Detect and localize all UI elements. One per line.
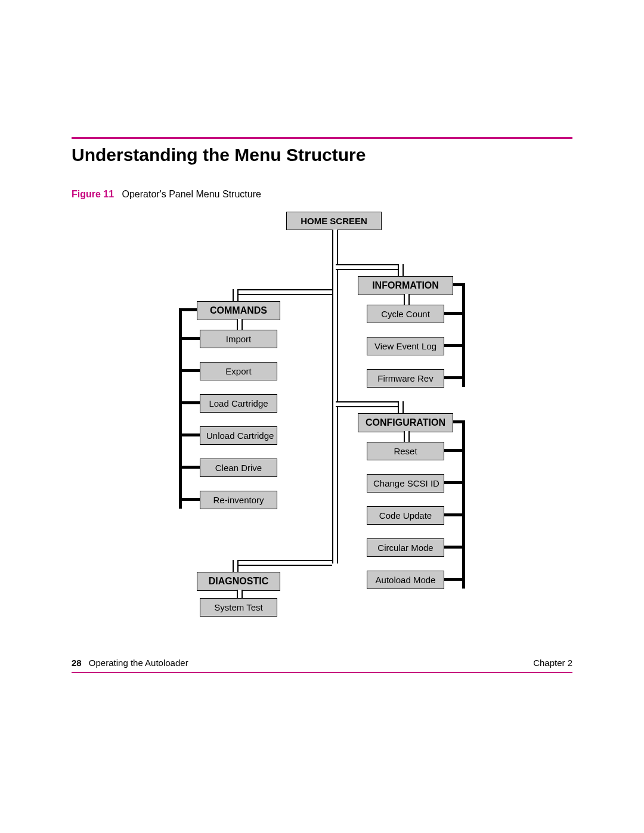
menu-configuration-item: Autoload Mode xyxy=(367,571,444,589)
menu-commands-item: Import xyxy=(200,330,277,348)
menu-configuration-item: Change SCSI ID xyxy=(367,474,444,493)
section-title: Understanding the Menu Structure xyxy=(72,145,572,165)
figure-caption-text: Operator's Panel Menu Structure xyxy=(122,189,261,199)
menu-commands-item: Clean Drive xyxy=(200,459,277,477)
menu-commands-item: Unload Cartridge xyxy=(200,426,277,445)
menu-commands-item: Export xyxy=(200,362,277,380)
menu-commands-item: Re-inventory xyxy=(200,491,277,509)
menu-structure-diagram: HOME SCREEN INFORMATION Cycle Count View… xyxy=(113,212,531,629)
menu-diagnostic: DIAGNOSTIC xyxy=(197,572,280,591)
menu-configuration: CONFIGURATION xyxy=(358,413,453,432)
menu-root: HOME SCREEN xyxy=(286,212,382,230)
page-footer: 28 Operating the Autoloader Chapter 2 xyxy=(72,653,572,673)
figure-number: Figure 11 xyxy=(72,189,114,199)
figure-caption: Figure 11 Operator's Panel Menu Structur… xyxy=(72,189,572,200)
footer-section: Operating the Autoloader xyxy=(89,658,188,668)
menu-diagnostic-item: System Test xyxy=(200,598,277,617)
menu-information-item: Cycle Count xyxy=(367,305,444,323)
menu-commands: COMMANDS xyxy=(197,301,280,320)
menu-commands-item: Load Cartridge xyxy=(200,394,277,413)
menu-information-item: View Event Log xyxy=(367,337,444,355)
menu-configuration-item: Reset xyxy=(367,442,444,460)
footer-page-number: 28 xyxy=(72,658,82,668)
menu-configuration-item: Circular Mode xyxy=(367,538,444,557)
footer-chapter: Chapter 2 xyxy=(533,658,572,668)
menu-information-item: Firmware Rev xyxy=(367,369,444,388)
menu-information: INFORMATION xyxy=(358,276,453,295)
menu-configuration-item: Code Update xyxy=(367,506,444,525)
